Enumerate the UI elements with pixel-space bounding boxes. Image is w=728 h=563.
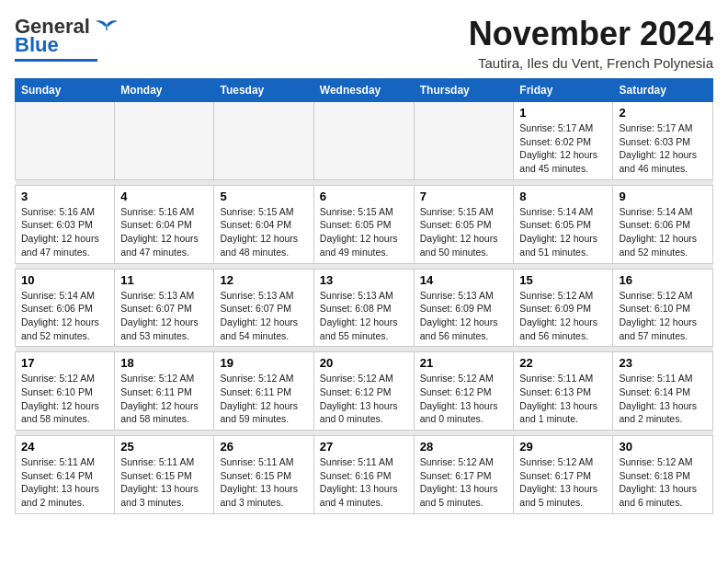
day-number: 9 <box>619 190 707 203</box>
day-number: 13 <box>320 273 408 287</box>
table-row: 23Sunrise: 5:11 AM Sunset: 6:14 PM Dayli… <box>613 352 713 431</box>
day-info: Sunrise: 5:11 AM Sunset: 6:15 PM Dayligh… <box>220 455 307 510</box>
day-info: Sunrise: 5:15 AM Sunset: 6:05 PM Dayligh… <box>420 205 508 259</box>
day-number: 17 <box>21 356 108 370</box>
table-row: 17Sunrise: 5:12 AM Sunset: 6:10 PM Dayli… <box>16 352 115 431</box>
day-info: Sunrise: 5:16 AM Sunset: 6:03 PM Dayligh… <box>21 205 108 259</box>
table-row: 27Sunrise: 5:11 AM Sunset: 6:16 PM Dayli… <box>313 436 414 514</box>
table-row: 12Sunrise: 5:13 AM Sunset: 6:07 PM Dayli… <box>214 269 313 347</box>
calendar-week-row: 17Sunrise: 5:12 AM Sunset: 6:10 PM Dayli… <box>16 352 713 431</box>
table-row: 25Sunrise: 5:11 AM Sunset: 6:15 PM Dayli… <box>115 436 214 514</box>
table-row: 11Sunrise: 5:13 AM Sunset: 6:07 PM Dayli… <box>115 269 214 347</box>
day-info: Sunrise: 5:12 AM Sunset: 6:18 PM Dayligh… <box>619 455 707 510</box>
day-info: Sunrise: 5:13 AM Sunset: 6:07 PM Dayligh… <box>120 289 208 343</box>
day-info: Sunrise: 5:14 AM Sunset: 6:06 PM Dayligh… <box>21 289 108 343</box>
day-info: Sunrise: 5:11 AM Sunset: 6:14 PM Dayligh… <box>619 372 707 426</box>
day-number: 6 <box>320 190 408 203</box>
day-info: Sunrise: 5:17 AM Sunset: 6:02 PM Dayligh… <box>519 121 607 176</box>
day-info: Sunrise: 5:12 AM Sunset: 6:12 PM Dayligh… <box>320 372 408 426</box>
col-thursday: Thursday <box>414 79 514 102</box>
col-friday: Friday <box>514 79 613 102</box>
day-info: Sunrise: 5:14 AM Sunset: 6:06 PM Dayligh… <box>619 205 707 259</box>
day-info: Sunrise: 5:12 AM Sunset: 6:10 PM Dayligh… <box>21 372 108 426</box>
day-number: 19 <box>220 356 307 370</box>
page-header: General Blue November 2024 Tautira, Iles… <box>15 15 713 71</box>
day-number: 8 <box>519 190 607 203</box>
day-number: 27 <box>320 440 408 454</box>
day-info: Sunrise: 5:12 AM Sunset: 6:17 PM Dayligh… <box>519 455 607 510</box>
logo-blue: Blue <box>15 33 59 57</box>
table-row: 28Sunrise: 5:12 AM Sunset: 6:17 PM Dayli… <box>414 436 514 514</box>
col-monday: Monday <box>115 79 214 102</box>
calendar-header-row: Sunday Monday Tuesday Wednesday Thursday… <box>16 79 713 102</box>
day-number: 2 <box>619 106 707 120</box>
table-row: 20Sunrise: 5:12 AM Sunset: 6:12 PM Dayli… <box>313 352 414 431</box>
logo: General Blue <box>15 15 119 62</box>
day-number: 12 <box>220 273 307 287</box>
table-row: 21Sunrise: 5:12 AM Sunset: 6:12 PM Dayli… <box>414 352 514 431</box>
table-row: 26Sunrise: 5:11 AM Sunset: 6:15 PM Dayli… <box>214 436 313 514</box>
day-info: Sunrise: 5:11 AM Sunset: 6:15 PM Dayligh… <box>120 455 208 510</box>
day-number: 18 <box>120 356 208 370</box>
day-number: 10 <box>21 273 108 287</box>
day-number: 25 <box>120 440 208 454</box>
table-row: 13Sunrise: 5:13 AM Sunset: 6:08 PM Dayli… <box>313 269 414 347</box>
day-info: Sunrise: 5:12 AM Sunset: 6:11 PM Dayligh… <box>120 372 208 426</box>
calendar-week-row: 1Sunrise: 5:17 AM Sunset: 6:02 PM Daylig… <box>16 102 713 180</box>
day-info: Sunrise: 5:12 AM Sunset: 6:10 PM Dayligh… <box>619 289 707 343</box>
table-row: 4Sunrise: 5:16 AM Sunset: 6:04 PM Daylig… <box>115 185 214 263</box>
calendar-table: Sunday Monday Tuesday Wednesday Thursday… <box>15 78 713 514</box>
day-info: Sunrise: 5:13 AM Sunset: 6:08 PM Dayligh… <box>320 289 408 343</box>
table-row <box>414 102 514 180</box>
day-info: Sunrise: 5:11 AM Sunset: 6:16 PM Dayligh… <box>320 455 408 510</box>
day-number: 23 <box>619 356 707 370</box>
day-info: Sunrise: 5:11 AM Sunset: 6:13 PM Dayligh… <box>519 372 607 426</box>
day-number: 14 <box>420 273 508 287</box>
table-row <box>214 102 313 180</box>
table-row <box>115 102 214 180</box>
col-sunday: Sunday <box>16 79 115 102</box>
table-row: 3Sunrise: 5:16 AM Sunset: 6:03 PM Daylig… <box>16 185 115 263</box>
day-number: 3 <box>21 190 108 203</box>
table-row: 22Sunrise: 5:11 AM Sunset: 6:13 PM Dayli… <box>514 352 613 431</box>
table-row: 16Sunrise: 5:12 AM Sunset: 6:10 PM Dayli… <box>613 269 713 347</box>
day-number: 1 <box>519 106 607 120</box>
day-number: 21 <box>420 356 508 370</box>
day-number: 16 <box>619 273 707 287</box>
day-info: Sunrise: 5:15 AM Sunset: 6:04 PM Dayligh… <box>220 205 307 259</box>
calendar-week-row: 24Sunrise: 5:11 AM Sunset: 6:14 PM Dayli… <box>16 436 713 514</box>
table-row: 6Sunrise: 5:15 AM Sunset: 6:05 PM Daylig… <box>313 185 414 263</box>
table-row: 5Sunrise: 5:15 AM Sunset: 6:04 PM Daylig… <box>214 185 313 263</box>
table-row <box>16 102 115 180</box>
day-number: 24 <box>21 440 108 454</box>
title-area: November 2024 Tautira, Iles du Vent, Fre… <box>469 15 713 71</box>
bird-icon <box>94 17 119 36</box>
day-number: 26 <box>220 440 307 454</box>
day-info: Sunrise: 5:15 AM Sunset: 6:05 PM Dayligh… <box>320 205 408 259</box>
day-info: Sunrise: 5:13 AM Sunset: 6:07 PM Dayligh… <box>220 289 307 343</box>
table-row: 10Sunrise: 5:14 AM Sunset: 6:06 PM Dayli… <box>16 269 115 347</box>
table-row: 14Sunrise: 5:13 AM Sunset: 6:09 PM Dayli… <box>414 269 514 347</box>
month-title: November 2024 <box>469 15 713 53</box>
table-row: 7Sunrise: 5:15 AM Sunset: 6:05 PM Daylig… <box>414 185 514 263</box>
col-saturday: Saturday <box>613 79 713 102</box>
day-info: Sunrise: 5:12 AM Sunset: 6:17 PM Dayligh… <box>420 455 508 510</box>
day-info: Sunrise: 5:13 AM Sunset: 6:09 PM Dayligh… <box>420 289 508 343</box>
table-row: 2Sunrise: 5:17 AM Sunset: 6:03 PM Daylig… <box>613 102 713 180</box>
day-number: 11 <box>120 273 208 287</box>
table-row: 18Sunrise: 5:12 AM Sunset: 6:11 PM Dayli… <box>115 352 214 431</box>
logo-underline <box>15 59 97 62</box>
day-number: 15 <box>519 273 607 287</box>
day-number: 28 <box>420 440 508 454</box>
day-info: Sunrise: 5:14 AM Sunset: 6:05 PM Dayligh… <box>519 205 607 259</box>
day-number: 29 <box>519 440 607 454</box>
table-row <box>313 102 414 180</box>
table-row: 29Sunrise: 5:12 AM Sunset: 6:17 PM Dayli… <box>514 436 613 514</box>
day-info: Sunrise: 5:12 AM Sunset: 6:11 PM Dayligh… <box>220 372 307 426</box>
table-row: 30Sunrise: 5:12 AM Sunset: 6:18 PM Dayli… <box>613 436 713 514</box>
day-number: 7 <box>420 190 508 203</box>
day-info: Sunrise: 5:16 AM Sunset: 6:04 PM Dayligh… <box>120 205 208 259</box>
day-number: 4 <box>120 190 208 203</box>
day-info: Sunrise: 5:12 AM Sunset: 6:12 PM Dayligh… <box>420 372 508 426</box>
calendar-week-row: 3Sunrise: 5:16 AM Sunset: 6:03 PM Daylig… <box>16 185 713 263</box>
